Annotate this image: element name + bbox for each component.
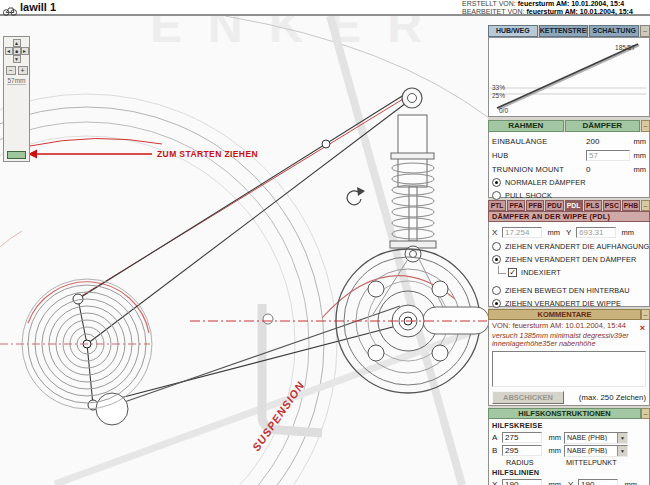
wippe-radio[interactable] (492, 299, 501, 308)
edited-value: feuersturm AM: 10.01.2004, 15:4 (526, 8, 632, 15)
dropdown-arrow-icon[interactable]: ▼ (617, 446, 627, 456)
trunnion-value: 0 (586, 165, 630, 174)
unit-label: mm (621, 480, 637, 485)
pan-right-button[interactable]: ► (21, 47, 29, 55)
drawing-canvas[interactable]: ENKER (0, 16, 489, 485)
window-title: lawill 1 (20, 1, 56, 13)
b-center-select[interactable]: NABE (PHB) ▼ (564, 445, 628, 457)
frame-drawing: SUSPENSION (0, 16, 489, 485)
x-input[interactable] (502, 227, 542, 238)
trunnion-row: TRUNNION MOUNT 0 mm (492, 162, 646, 176)
pan-down-button[interactable]: ▼ (13, 55, 21, 63)
rotate-icon[interactable] (347, 187, 365, 205)
hub-row: HUB mm (492, 148, 646, 162)
unit-label: mm (630, 151, 646, 160)
tab-pfb[interactable]: PFB (526, 200, 544, 211)
collapse-icon[interactable]: – (641, 120, 650, 132)
helper-y-label: Y (568, 480, 575, 485)
submit-comment-button[interactable]: ABSCHICKEN (492, 391, 564, 404)
circle-a-row: A mm NABE (PHB) ▼ (492, 431, 646, 444)
helper-x-input[interactable] (502, 479, 542, 485)
aufhaengung-option: ZIEHEN VERÄNDERT DIE AUFHÄNGUNG (492, 240, 646, 253)
tab-phb[interactable]: PHB (622, 200, 640, 211)
gridline-33-label: 33% (492, 84, 505, 91)
einbaulaenge-value: 200 (586, 137, 630, 146)
gridline-25-label: 25% (492, 92, 505, 99)
trunnion-label: TRUNNION MOUNT (492, 165, 586, 174)
helpers-section: HILFSKREISE A mm NABE (PHB) ▼ B mm NABE … (488, 419, 650, 485)
tab-daempfer[interactable]: DÄMPFER (565, 120, 641, 132)
a-center-select[interactable]: NABE (PHB) ▼ (564, 432, 628, 444)
pan-left-button[interactable]: ◄ (5, 47, 13, 55)
hinterbau-radio[interactable] (492, 286, 501, 295)
app-window: { "window": { "title": "lawill 1" }, "he… (0, 0, 650, 485)
dropdown-arrow-icon[interactable]: ▼ (617, 433, 627, 443)
y-input[interactable] (576, 227, 616, 238)
a-radius-input[interactable] (502, 432, 542, 443)
zoom-in-button[interactable]: + (18, 66, 28, 75)
unit-label: mm (545, 480, 561, 485)
daempfer-label: ZIEHEN VERÄNDERT DEN DÄMPFER (505, 255, 636, 264)
tab-psc[interactable]: PSC (603, 200, 621, 211)
pan-up-button[interactable]: ▲ (13, 39, 21, 47)
graph-line-shadow (498, 45, 639, 109)
zoom-out-button[interactable]: − (6, 66, 16, 75)
tab-pdl[interactable]: PDL (565, 200, 583, 211)
start-hint-label: ZUM STARTEN ZIEHEN (157, 149, 258, 159)
tab-schaltung[interactable]: SCHALTUNG (589, 25, 639, 37)
helper-y-input[interactable] (578, 479, 618, 485)
graph-max-label: 185/57 (615, 44, 635, 51)
pull-shock-radio[interactable] (492, 191, 501, 200)
normal-shock-radio[interactable] (492, 178, 501, 187)
tab-pls[interactable]: PLS (584, 200, 602, 211)
einbaulaenge-label: EINBAULÄNGE (492, 137, 586, 146)
point-section: X mm Y mm ZIEHEN VERÄNDERT DIE AUFHÄNGUN… (488, 222, 650, 307)
unit-label: mm (630, 165, 646, 174)
indexiert-checkbox[interactable]: ✓ (508, 268, 517, 277)
comment-meta: VON: feuersturm AM: 10.01.2004, 15:44 (492, 322, 634, 331)
lines-label: HILFSLINIEN (492, 468, 646, 478)
b-radius-input[interactable] (502, 445, 542, 456)
created-value: feuersturm AM: 10.01.2004, 15:4 (518, 0, 624, 7)
point-section-title: DÄMPFER AN DER WIPPE (PDL) (488, 211, 650, 222)
unit-label: mm (545, 433, 561, 442)
top-tab-bar: HUB/WEG KETTENSTREBE SCHALTUNG – (488, 25, 650, 37)
a-label: A (492, 433, 499, 442)
hub-input[interactable] (586, 150, 630, 161)
comment-input[interactable] (492, 351, 646, 387)
tab-hub-weg[interactable]: HUB/WEG (488, 25, 538, 37)
center-label: MITTELPUNKT (566, 458, 617, 467)
einbaulaenge-row: EINBAULÄNGE 200 mm (492, 134, 646, 148)
collapse-icon[interactable]: – (641, 309, 650, 320)
tab-kettenstrebe[interactable]: KETTENSTREBE (539, 25, 589, 37)
tab-ptl[interactable]: PTL (488, 200, 506, 211)
edited-label: BEARBEITET VON: (462, 8, 525, 15)
delete-comment-icon[interactable]: × (640, 324, 645, 332)
travel-graph: 33% 25% 185/57 0/0 (488, 37, 650, 117)
frame-section-tabs: RAHMEN DÄMPFER – (488, 120, 650, 132)
pan-dpad: ▲ ◄ ■ ► ▼ (5, 39, 29, 63)
tab-pdu[interactable]: PDU (545, 200, 563, 211)
b-center-value: NABE (PHB) (565, 447, 617, 454)
tab-rahmen[interactable]: RAHMEN (488, 120, 564, 132)
pan-center-button[interactable]: ■ (13, 47, 21, 55)
daempfer-option: ZIEHEN VERÄNDERT DEN DÄMPFER (492, 253, 646, 266)
normal-shock-label: NORMALER DÄMPFER (505, 178, 586, 187)
collapse-icon[interactable]: – (640, 25, 650, 37)
hinterbau-label: ZIEHEN BEWEGT DEN HINTERBAU (505, 286, 630, 295)
comment-footer: ABSCHICKEN (max. 250 Zeichen) (492, 391, 646, 404)
created-row: ERSTELLT VON: feuersturm AM: 10.01.2004,… (462, 0, 650, 8)
start-drag-button[interactable] (7, 151, 26, 159)
tab-pfa[interactable]: PFA (507, 200, 525, 211)
a-center-value: NABE (PHB) (565, 434, 617, 441)
helper-xy-row: X mm Y mm (492, 478, 646, 485)
comments-section: VON: feuersturm AM: 10.01.2004, 15:44 × … (488, 320, 650, 406)
wippe-label: ZIEHEN VERÄNDERT DIE WIPPE (505, 299, 621, 308)
circles-label: HILFSKREISE (492, 421, 646, 431)
collapse-icon[interactable]: – (641, 200, 650, 211)
collapse-icon[interactable]: – (641, 408, 650, 419)
daempfer-radio[interactable] (492, 255, 501, 264)
aufhaengung-radio[interactable] (492, 242, 501, 251)
unit-label: mm (618, 228, 634, 237)
graph-origin-label: 0/0 (499, 107, 508, 114)
